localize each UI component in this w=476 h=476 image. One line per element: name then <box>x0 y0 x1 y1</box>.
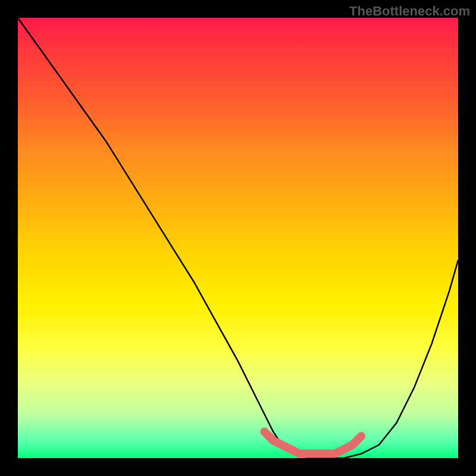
chart-plot-area <box>18 18 458 458</box>
chart-svg <box>18 18 458 458</box>
optimal-range-marker <box>264 432 361 454</box>
watermark-text: TheBottleneck.com <box>349 4 470 19</box>
bottleneck-curve-line <box>18 18 458 458</box>
